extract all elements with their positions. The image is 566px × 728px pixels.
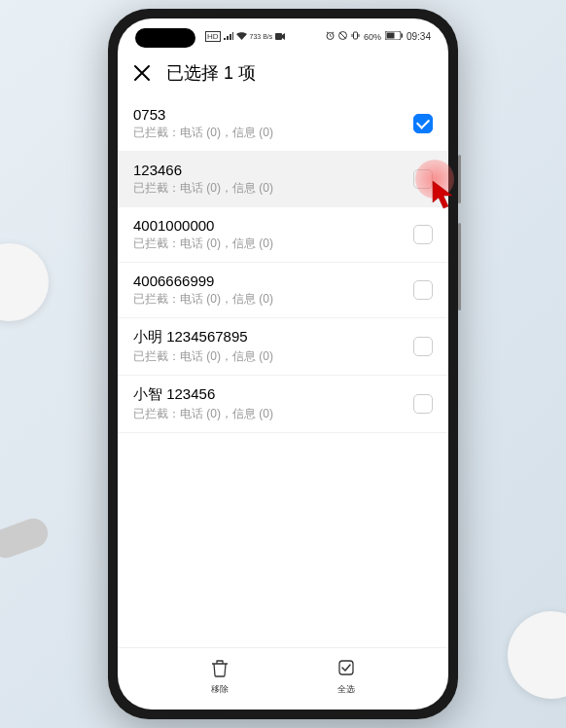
list-item-subtitle: 已拦截：电话 (0)，信息 (0) xyxy=(133,180,413,197)
trash-icon xyxy=(210,658,230,681)
vibrate-icon xyxy=(351,31,360,42)
list-item-title: 小明 1234567895 xyxy=(133,328,413,346)
list-item-title: 4006666999 xyxy=(133,273,413,289)
list-item[interactable]: 4001000000已拦截：电话 (0)，信息 (0) xyxy=(118,207,448,263)
list-item-content: 4006666999已拦截：电话 (0)，信息 (0) xyxy=(133,273,413,308)
remove-button[interactable]: 移除 xyxy=(210,658,230,696)
battery-percent: 60% xyxy=(364,32,381,42)
checkbox[interactable] xyxy=(413,225,433,244)
svg-rect-0 xyxy=(275,33,282,40)
select-all-label: 全选 xyxy=(337,683,355,696)
list-item[interactable]: 小智 123456已拦截：电话 (0)，信息 (0) xyxy=(118,376,448,433)
checkbox[interactable] xyxy=(413,114,433,133)
clock-time: 09:34 xyxy=(407,31,431,42)
status-right: 60% 09:34 xyxy=(326,31,431,42)
svg-rect-3 xyxy=(353,32,357,39)
svg-rect-6 xyxy=(401,34,403,38)
list-item[interactable]: 4006666999已拦截：电话 (0)，信息 (0) xyxy=(118,263,448,318)
list-item-content: 小智 123456已拦截：电话 (0)，信息 (0) xyxy=(133,385,413,422)
blocked-list[interactable]: 0753已拦截：电话 (0)，信息 (0)123466已拦截：电话 (0)，信息… xyxy=(118,96,448,647)
checkbox[interactable] xyxy=(413,337,433,356)
signal-strength-icon xyxy=(224,31,233,42)
list-item-title: 4001000000 xyxy=(133,217,413,234)
select-all-icon xyxy=(336,658,356,681)
phone-physical-button xyxy=(458,223,461,310)
status-left: HD 733 B/s xyxy=(205,31,285,42)
remove-label: 移除 xyxy=(211,683,229,696)
checkbox[interactable] xyxy=(413,169,433,189)
list-item-title: 小智 123456 xyxy=(133,385,413,404)
list-item-subtitle: 已拦截：电话 (0)，信息 (0) xyxy=(133,348,413,365)
camera-notch xyxy=(135,28,195,48)
checkbox[interactable] xyxy=(413,280,433,300)
selection-header: 已选择 1 项 xyxy=(118,50,448,96)
list-item-content: 4001000000已拦截：电话 (0)，信息 (0) xyxy=(133,217,413,252)
list-item-content: 小明 1234567895已拦截：电话 (0)，信息 (0) xyxy=(133,328,413,365)
background-decoration xyxy=(508,611,566,699)
list-item[interactable]: 0753已拦截：电话 (0)，信息 (0) xyxy=(118,96,448,152)
network-type-icon: HD xyxy=(205,31,221,42)
network-speed: 733 B/s xyxy=(250,33,273,40)
phone-screen: HD 733 B/s xyxy=(118,18,448,710)
bottom-action-bar: 移除 全选 xyxy=(118,647,448,710)
background-decoration xyxy=(0,515,52,563)
alarm-icon xyxy=(326,31,335,42)
list-item-content: 123466已拦截：电话 (0)，信息 (0) xyxy=(133,162,413,197)
list-item-subtitle: 已拦截：电话 (0)，信息 (0) xyxy=(133,125,413,141)
list-item[interactable]: 123466已拦截：电话 (0)，信息 (0) xyxy=(118,152,448,207)
list-item-subtitle: 已拦截：电话 (0)，信息 (0) xyxy=(133,236,413,252)
list-item-title: 123466 xyxy=(133,162,413,178)
svg-rect-7 xyxy=(339,661,353,674)
select-all-button[interactable]: 全选 xyxy=(336,658,356,696)
video-call-icon xyxy=(275,31,285,42)
svg-rect-5 xyxy=(386,33,394,39)
list-item-content: 0753已拦截：电话 (0)，信息 (0) xyxy=(133,106,413,141)
battery-icon xyxy=(385,31,403,42)
list-item-subtitle: 已拦截：电话 (0)，信息 (0) xyxy=(133,291,413,308)
page-title: 已选择 1 项 xyxy=(166,61,256,85)
close-icon[interactable] xyxy=(133,64,151,82)
wifi-icon xyxy=(236,31,247,42)
checkbox[interactable] xyxy=(413,394,433,414)
background-decoration xyxy=(0,243,49,321)
phone-physical-button xyxy=(458,155,461,203)
list-item-subtitle: 已拦截：电话 (0)，信息 (0) xyxy=(133,406,413,422)
phone-frame: HD 733 B/s xyxy=(108,9,458,719)
do-not-disturb-icon xyxy=(338,31,347,42)
list-item[interactable]: 小明 1234567895已拦截：电话 (0)，信息 (0) xyxy=(118,318,448,376)
list-item-title: 0753 xyxy=(133,106,413,123)
